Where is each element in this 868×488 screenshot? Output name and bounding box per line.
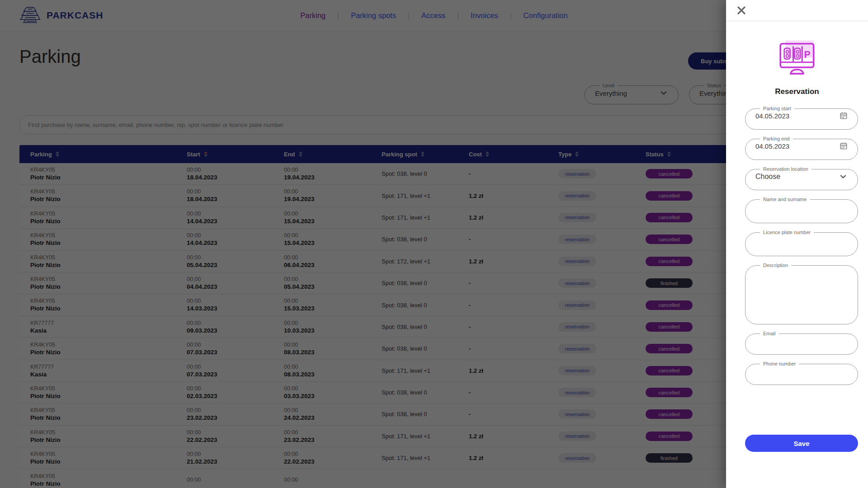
chevron-down-icon xyxy=(839,172,848,181)
name-surname-input[interactable] xyxy=(755,202,848,210)
licence-plate-field[interactable]: Licence plate number xyxy=(745,230,858,256)
phone-number-input[interactable] xyxy=(755,367,848,375)
name-surname-field[interactable]: Name and surname xyxy=(745,197,858,223)
close-drawer-button[interactable] xyxy=(736,5,747,16)
parking-start-label: Parking start xyxy=(760,106,794,111)
parking-start-input[interactable] xyxy=(755,112,840,120)
parking-start-field[interactable]: Parking start xyxy=(745,106,858,130)
parking-reservation-icon: P xyxy=(775,38,819,75)
phone-number-label: Phone number xyxy=(760,361,799,366)
email-field[interactable]: Email xyxy=(745,331,858,355)
reservation-location-select[interactable]: Reservation location Choose xyxy=(745,167,858,190)
parking-end-label: Parking end xyxy=(760,136,793,141)
licence-plate-label: Licence plate number xyxy=(760,230,814,235)
parking-end-input[interactable] xyxy=(755,142,840,150)
close-icon xyxy=(736,5,747,16)
description-field[interactable]: Description xyxy=(745,263,858,324)
phone-number-field[interactable]: Phone number xyxy=(745,361,858,385)
email-label: Email xyxy=(760,331,779,336)
licence-plate-input[interactable] xyxy=(755,235,848,243)
calendar-icon[interactable] xyxy=(840,112,848,120)
name-surname-label: Name and surname xyxy=(760,197,810,202)
reservation-location-value: Choose xyxy=(755,173,839,181)
parking-end-field[interactable]: Parking end xyxy=(745,136,858,160)
reservation-drawer: P Reservation Parking start Parking end xyxy=(726,0,868,488)
drawer-header xyxy=(726,0,868,21)
email-input[interactable] xyxy=(755,337,848,344)
description-label: Description xyxy=(760,263,791,268)
description-input[interactable] xyxy=(755,268,848,314)
svg-text:P: P xyxy=(804,49,811,60)
drawer-title: Reservation xyxy=(726,87,868,96)
calendar-icon[interactable] xyxy=(840,142,848,150)
reservation-location-label: Reservation location xyxy=(760,167,811,172)
save-button[interactable]: Save xyxy=(745,435,858,452)
reservation-form: Parking start Parking end xyxy=(745,106,858,488)
parkcash-app: PARKCASH Parking | Parking spots | Acces… xyxy=(0,0,868,488)
